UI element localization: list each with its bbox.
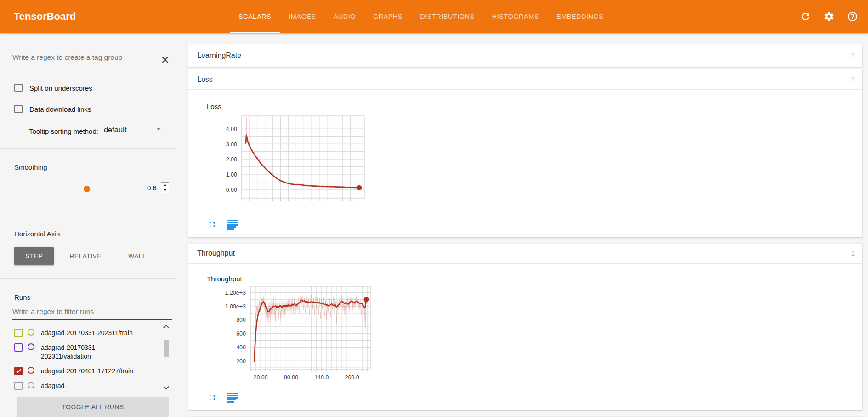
svg-text:200: 200 bbox=[236, 358, 246, 365]
refresh-icon[interactable] bbox=[800, 11, 811, 22]
chart-lines-icon[interactable] bbox=[227, 393, 238, 403]
run-checkbox[interactable] bbox=[14, 329, 23, 337]
tab-scalars[interactable]: SCALARS bbox=[230, 0, 280, 33]
number-spinner[interactable] bbox=[161, 182, 169, 193]
horizontal-axis-buttons: STEPRELATIVEWALL bbox=[14, 247, 176, 265]
run-color-ring bbox=[28, 382, 34, 388]
tooltip-sorting-select[interactable]: default bbox=[103, 126, 162, 136]
tab-distributions[interactable]: DISTRIBUTIONS bbox=[411, 0, 483, 33]
tooltip-sorting-label: Tooltip sorting method: bbox=[29, 127, 98, 136]
axis-button-step[interactable]: STEP bbox=[14, 247, 54, 265]
scroll-up-icon[interactable] bbox=[163, 325, 169, 331]
split-underscores-checkbox[interactable] bbox=[14, 84, 23, 92]
split-underscores-checkbox-row[interactable]: Split on underscores bbox=[14, 84, 176, 92]
svg-text:400: 400 bbox=[236, 344, 246, 351]
svg-text:1.00: 1.00 bbox=[226, 171, 237, 178]
tab-graphs[interactable]: GRAPHS bbox=[364, 0, 411, 33]
section-title: LearningRate bbox=[197, 51, 241, 60]
split-underscores-label: Split on underscores bbox=[29, 84, 92, 92]
svg-text:200.0: 200.0 bbox=[345, 374, 359, 381]
nav-tabs: SCALARSIMAGESAUDIOGRAPHSDISTRIBUTIONSHIS… bbox=[230, 0, 612, 33]
svg-text:3.00: 3.00 bbox=[226, 141, 237, 148]
runs-label: Runs bbox=[14, 293, 176, 301]
scrollbar-thumb[interactable] bbox=[164, 340, 169, 357]
run-item[interactable]: adagrad-20170331-202311/train bbox=[14, 329, 170, 337]
section-title: Throughput bbox=[197, 249, 235, 257]
data-download-checkbox[interactable] bbox=[14, 105, 23, 113]
run-checkbox[interactable] bbox=[14, 343, 23, 352]
smoothing-value: 0.6 bbox=[147, 184, 161, 192]
chevron-down-icon bbox=[156, 128, 161, 131]
loss-chart[interactable]: 0.001.002.003.004.00 bbox=[215, 115, 367, 207]
spinner-up-icon[interactable] bbox=[163, 184, 167, 186]
svg-text:800: 800 bbox=[236, 317, 246, 323]
section-count-badge: 1 bbox=[851, 76, 855, 83]
smoothing-slider[interactable] bbox=[14, 186, 135, 192]
sidebar: × Split on underscores Data download lin… bbox=[0, 33, 176, 417]
run-name: adagrad- bbox=[41, 382, 67, 390]
spinner-down-icon[interactable] bbox=[163, 189, 167, 191]
svg-text:1.00e+3: 1.00e+3 bbox=[225, 303, 246, 310]
svg-text:4.00: 4.00 bbox=[226, 126, 237, 132]
throughput-chart[interactable]: 2004006008001.00e+31.20e+320.0080.00140.… bbox=[222, 286, 374, 384]
scroll-down-icon[interactable] bbox=[163, 384, 169, 390]
app-header: TensorBoard SCALARSIMAGESAUDIOGRAPHSDIST… bbox=[0, 0, 868, 33]
run-name: adagrad-20170401-171227/train bbox=[41, 367, 133, 376]
app-title: TensorBoard bbox=[14, 11, 92, 23]
section-title: Loss bbox=[197, 75, 213, 84]
section-count-badge: 1 bbox=[851, 250, 855, 257]
fullscreen-icon[interactable] bbox=[208, 393, 216, 402]
run-color-ring bbox=[28, 367, 34, 374]
section-loss: Loss 1 Loss 0.001.002.003.004.00 bbox=[188, 69, 862, 237]
svg-text:2.00: 2.00 bbox=[226, 156, 237, 163]
divider bbox=[0, 148, 176, 149]
data-download-label: Data download links bbox=[29, 105, 91, 113]
tab-audio[interactable]: AUDIO bbox=[325, 0, 364, 33]
smoothing-label: Smoothing bbox=[14, 163, 176, 171]
data-download-checkbox-row[interactable]: Data download links bbox=[14, 105, 176, 113]
run-checkbox[interactable] bbox=[14, 382, 23, 390]
tab-embeddings[interactable]: EMBEDDINGS bbox=[548, 0, 613, 33]
help-icon[interactable] bbox=[847, 11, 858, 22]
run-checkbox[interactable] bbox=[14, 367, 23, 375]
slider-thumb[interactable] bbox=[84, 186, 90, 192]
chart-lines-icon[interactable] bbox=[227, 220, 238, 230]
run-item[interactable]: adagrad-20170401-171227/train bbox=[14, 367, 170, 376]
chart-title-throughput: Throughput bbox=[207, 275, 862, 283]
axis-button-relative[interactable]: RELATIVE bbox=[58, 247, 113, 265]
tag-regex-input[interactable] bbox=[12, 53, 154, 65]
tooltip-sorting-value: default bbox=[104, 126, 127, 134]
runs-regex-input[interactable] bbox=[12, 308, 172, 320]
axis-button-wall[interactable]: WALL bbox=[117, 247, 157, 265]
run-color-ring bbox=[28, 343, 34, 350]
horizontal-axis-label: Horizontal Axis bbox=[14, 230, 176, 238]
run-name: adagrad-20170331-202311/train bbox=[41, 329, 133, 337]
main-content: LearningRate 1 Loss 1 Loss 0.001.002.003… bbox=[176, 33, 868, 417]
svg-text:80.00: 80.00 bbox=[284, 374, 298, 381]
section-header-loss[interactable]: Loss 1 bbox=[188, 69, 862, 90]
check-icon bbox=[16, 368, 21, 373]
run-color-ring bbox=[28, 329, 34, 336]
run-item[interactable]: adagrad- bbox=[14, 382, 170, 390]
slider-fill bbox=[14, 189, 87, 189]
clear-filter-icon[interactable]: × bbox=[161, 55, 169, 64]
svg-text:140.0: 140.0 bbox=[314, 374, 329, 381]
divider bbox=[0, 278, 176, 279]
svg-text:1.20e+3: 1.20e+3 bbox=[225, 290, 246, 296]
run-item[interactable]: adagrad-20170331-202311/validation bbox=[14, 343, 170, 361]
fullscreen-icon[interactable] bbox=[208, 220, 216, 229]
chart-title-loss: Loss bbox=[207, 103, 862, 110]
smoothing-value-input[interactable]: 0.6 bbox=[146, 182, 170, 195]
svg-text:600: 600 bbox=[236, 331, 246, 337]
run-list: adagrad-20170331-202311/trainadagrad-201… bbox=[14, 323, 170, 393]
section-header-learningrate[interactable]: LearningRate 1 bbox=[188, 44, 862, 67]
settings-gear-icon[interactable] bbox=[823, 11, 834, 22]
tab-images[interactable]: IMAGES bbox=[280, 0, 324, 33]
toggle-all-runs-button[interactable]: TOGGLE ALL RUNS bbox=[17, 397, 169, 417]
section-count-badge: 1 bbox=[851, 52, 855, 59]
run-list-scrollbar[interactable] bbox=[162, 323, 170, 393]
section-header-throughput[interactable]: Throughput 1 bbox=[188, 244, 862, 264]
section-learningrate: LearningRate 1 bbox=[188, 44, 862, 67]
tab-histograms[interactable]: HISTOGRAMS bbox=[483, 0, 548, 33]
svg-text:0.00: 0.00 bbox=[226, 187, 237, 193]
